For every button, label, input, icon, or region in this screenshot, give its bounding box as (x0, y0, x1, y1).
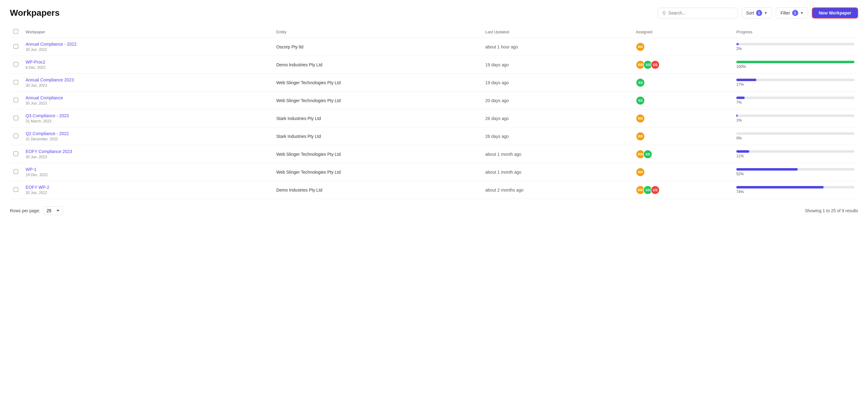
workpaper-date: 30 Jun, 2022 (26, 191, 269, 195)
workpaper-date: 30 Jun, 2023 (26, 155, 269, 159)
avatar: US (651, 185, 660, 195)
table-row: EOFY WP-2 30 Jun, 2022 Demo Industries P… (10, 181, 858, 199)
sort-button[interactable]: Sort 1 ▼ (742, 7, 772, 19)
workpaper-name[interactable]: Annual Compliance 2023 (26, 78, 269, 82)
progress-label: 0% (736, 136, 855, 140)
workpaper-date: 19 Dec, 2022 (26, 173, 269, 177)
avatar: SS (636, 78, 645, 87)
avatar: RR (636, 168, 645, 177)
workpaper-name[interactable]: Annual Compliance - 2022 (26, 42, 269, 47)
table-row: Annual Compliance - 2022 30 Jun, 2022 Os… (10, 38, 858, 56)
row-checkbox[interactable] (13, 169, 18, 174)
avatar: SS (636, 96, 645, 105)
progress-label: 1% (736, 118, 855, 122)
progress-bar-fill (736, 186, 824, 188)
new-workpaper-button[interactable]: New Workpaper (812, 7, 858, 19)
workpaper-date: 31 December, 2022 (26, 137, 269, 141)
progress-label: 52% (736, 172, 855, 176)
assignees: SS (636, 96, 729, 105)
progress-bar-track (736, 150, 855, 153)
select-all-checkbox[interactable] (13, 29, 18, 34)
progress-label: 17% (736, 82, 855, 87)
workpaper-date: 30 Jun, 2023 (26, 101, 269, 105)
table-row: Q2 Compliance - 2022 31 December, 2022 S… (10, 127, 858, 145)
progress-bar-fill (736, 79, 756, 81)
entity-name: Stark Industries Pty Ltd (276, 134, 321, 139)
workpaper-name[interactable]: Annual Compliance (26, 95, 269, 100)
table-row: Annual Compliance 2023 30 Jun, 2023 Web … (10, 74, 858, 92)
entity-name: Demo Industries Pty Ltd (276, 62, 322, 67)
progress-container: 100% (736, 61, 855, 69)
progress-label: 2% (736, 47, 855, 51)
progress-bar-fill (736, 168, 798, 171)
search-icon: ⚲ (662, 10, 666, 16)
progress-container: 52% (736, 168, 855, 176)
col-header-last-updated: Last Updated (482, 26, 632, 38)
rows-per-page-select[interactable]: 25 50 100 (43, 206, 63, 215)
table-row: Q3 Compliance - 2023 31 March, 2023 Star… (10, 110, 858, 127)
progress-bar-track (736, 115, 855, 117)
progress-container: 2% (736, 43, 855, 51)
progress-label: 74% (736, 190, 855, 194)
progress-container: 7% (736, 96, 855, 104)
table-row: WP-Proc2 8 Dec, 2022 Demo Industries Pty… (10, 56, 858, 74)
row-checkbox[interactable] (13, 116, 18, 120)
workpaper-name[interactable]: WP-1 (26, 167, 269, 172)
workpaper-name[interactable]: WP-Proc2 (26, 60, 269, 64)
last-updated: 20 days ago (485, 98, 509, 103)
progress-container: 17% (736, 79, 855, 87)
row-checkbox[interactable] (13, 44, 18, 49)
row-checkbox[interactable] (13, 80, 18, 85)
progress-bar-fill (736, 150, 749, 153)
row-checkbox[interactable] (13, 151, 18, 156)
progress-bar-fill (736, 43, 739, 46)
progress-bar-track (736, 186, 855, 188)
table-row: Annual Compliance 30 Jun, 2023 Web Sling… (10, 92, 858, 110)
chevron-down-icon: ▼ (800, 11, 804, 15)
progress-bar-track (736, 96, 855, 99)
assignees: RRSSUS (636, 60, 729, 69)
assignees: RRSS (636, 150, 729, 159)
progress-container: 74% (736, 186, 855, 194)
progress-bar-track (736, 168, 855, 171)
row-checkbox[interactable] (13, 62, 18, 67)
row-checkbox[interactable] (13, 98, 18, 102)
progress-container: 11% (736, 150, 855, 158)
entity-name: Web Slinger Technologies Pty Ltd (276, 170, 341, 175)
search-box[interactable]: ⚲ (658, 8, 738, 19)
assignees: RR (636, 114, 729, 123)
progress-label: 11% (736, 154, 855, 158)
entity-name: Oscorp Pty ltd (276, 44, 304, 49)
filter-label: Filter (780, 10, 790, 16)
page-title: Workpapers (10, 8, 60, 18)
sort-label: Sort (746, 10, 754, 16)
filter-button[interactable]: Filter 1 ▼ (776, 7, 808, 19)
workpapers-table: Workpaper Entity Last Updated Assigned P… (10, 26, 858, 199)
sort-badge: 1 (756, 10, 762, 16)
showing-results-text: Showing 1 to 25 of 9 results (805, 208, 858, 213)
workpaper-name[interactable]: Q2 Compliance - 2022 (26, 131, 269, 136)
last-updated: about 1 month ago (485, 152, 521, 157)
progress-container: 1% (736, 115, 855, 122)
avatar: US (651, 60, 660, 69)
progress-label: 100% (736, 64, 855, 69)
workpaper-name[interactable]: EOFY WP-2 (26, 185, 269, 190)
workpaper-name[interactable]: Q3 Compliance - 2023 (26, 113, 269, 118)
col-header-assigned: Assigned (632, 26, 733, 38)
entity-name: Web Slinger Technologies Pty Ltd (276, 98, 341, 103)
select-all-header[interactable] (10, 26, 22, 38)
col-header-progress: Progress (733, 26, 858, 38)
rows-per-page-label: Rows per page: (10, 208, 40, 213)
workpaper-name[interactable]: EOFY Compliance 2023 (26, 149, 269, 154)
row-checkbox[interactable] (13, 187, 18, 192)
avatar: RR (636, 42, 645, 52)
progress-container: 0% (736, 132, 855, 140)
table-row: EOFY Compliance 2023 30 Jun, 2023 Web Sl… (10, 145, 858, 163)
last-updated: about 2 months ago (485, 187, 523, 192)
chevron-down-icon: ▼ (764, 11, 768, 15)
rows-per-page-control: Rows per page: 25 50 100 (10, 206, 63, 215)
progress-bar-fill (736, 96, 745, 99)
row-checkbox[interactable] (13, 133, 18, 138)
assignees: RR (636, 42, 729, 52)
search-input[interactable] (669, 10, 733, 16)
